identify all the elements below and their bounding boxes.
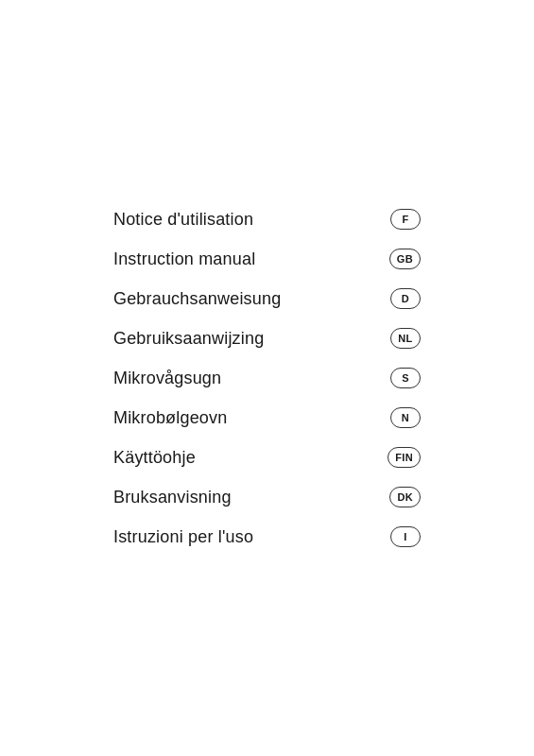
manual-label: Mikrovågsugn	[113, 369, 221, 388]
language-badge: S	[390, 368, 421, 388]
language-badge: DK	[389, 487, 421, 507]
language-badge: F	[390, 209, 421, 230]
manual-list: Notice d'utilisationFInstruction manualG…	[113, 199, 421, 557]
list-item: GebruiksaanwijzingNL	[113, 318, 421, 358]
list-item: MikrovågsugnS	[113, 358, 421, 398]
language-badge: I	[390, 526, 421, 547]
manual-label: Mikrobølgeovn	[113, 408, 227, 428]
list-item: Instruction manualGB	[113, 239, 421, 279]
list-item: MikrobølgeovnN	[113, 398, 421, 438]
manual-label: Gebruiksaanwijzing	[113, 329, 264, 349]
list-item: BruksanvisningDK	[113, 477, 421, 517]
list-item: Istruzioni per l'usoI	[113, 517, 421, 557]
list-item: KäyttöohjeFIN	[113, 438, 421, 477]
manual-label: Gebrauchsanweisung	[113, 289, 281, 309]
language-badge: NL	[390, 328, 421, 349]
manual-label: Instruction manual	[113, 249, 255, 269]
page-container: Notice d'utilisationFInstruction manualG…	[0, 0, 534, 756]
language-badge: GB	[389, 249, 421, 269]
language-badge: D	[390, 288, 421, 309]
language-badge: FIN	[388, 447, 421, 468]
manual-label: Bruksanvisning	[113, 488, 232, 507]
manual-label: Notice d'utilisation	[113, 210, 253, 230]
manual-label: Istruzioni per l'uso	[113, 527, 253, 547]
manual-label: Käyttöohje	[113, 448, 196, 468]
list-item: Notice d'utilisationF	[113, 199, 421, 239]
list-item: GebrauchsanweisungD	[113, 279, 421, 318]
language-badge: N	[390, 407, 421, 428]
